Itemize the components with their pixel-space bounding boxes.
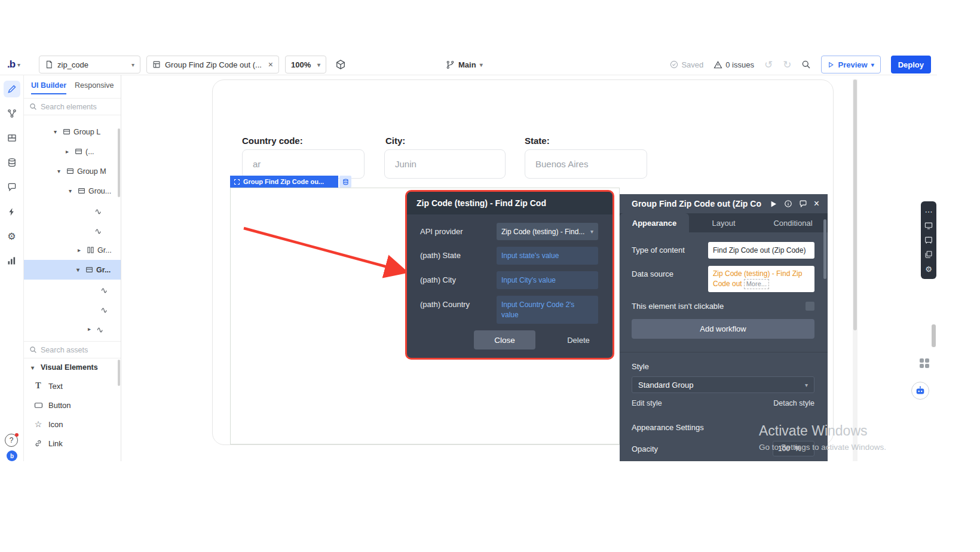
- close-icon[interactable]: ×: [814, 198, 819, 209]
- deploy-label: Deploy: [898, 60, 924, 69]
- search-assets-input[interactable]: [41, 346, 108, 354]
- field-label: Country code:: [242, 136, 303, 146]
- settings-gear-icon[interactable]: ⚙: [4, 228, 20, 244]
- opacity-field[interactable]: 100%: [773, 441, 814, 456]
- issues-indicator[interactable]: 0 issues: [713, 60, 754, 69]
- country-code-input[interactable]: ar: [242, 149, 365, 179]
- clickable-label: This element isn't clickable: [632, 302, 806, 311]
- layers-icon[interactable]: [924, 250, 933, 259]
- delete-button[interactable]: Delete: [558, 330, 599, 349]
- monitor-icon[interactable]: [924, 221, 933, 231]
- panel-scrollbar-thumb[interactable]: [118, 360, 120, 386]
- tree-item[interactable]: ▾ Group L: [24, 122, 121, 142]
- chevron-right-icon[interactable]: ▸: [88, 326, 94, 332]
- tab-layout[interactable]: Layout: [689, 213, 758, 232]
- tab-responsive[interactable]: Responsive: [75, 81, 114, 94]
- app-selector[interactable]: zip_code ▾: [39, 56, 140, 73]
- clickable-checkbox[interactable]: [806, 302, 814, 311]
- comment-icon[interactable]: [799, 200, 807, 208]
- data-source-chip[interactable]: [339, 176, 351, 188]
- chevron-down-icon[interactable]: ▾: [69, 188, 75, 194]
- logs-chart-icon[interactable]: [4, 252, 20, 269]
- bubble-logo-menu[interactable]: .b ▾: [7, 54, 20, 75]
- selected-element-badge[interactable]: Group Find Zip Code ou...: [230, 176, 338, 188]
- close-icon[interactable]: ×: [268, 60, 273, 69]
- more-dots-icon[interactable]: ⋯: [924, 207, 933, 216]
- database-icon[interactable]: [4, 154, 20, 171]
- open-page-tab[interactable]: Group Find Zip Code out (... ×: [146, 56, 279, 73]
- link-icon: [33, 438, 43, 448]
- add-workflow-button[interactable]: Add workflow: [632, 319, 814, 339]
- dialog-title[interactable]: Zip Code (testing) - Find Zip Cod: [407, 192, 612, 214]
- tree-item[interactable]: [24, 280, 121, 299]
- data-source-field[interactable]: Zip Code (testing) - Find Zip Code outMo…: [708, 266, 814, 292]
- path-city-expression[interactable]: Input City's value: [497, 271, 598, 289]
- plugins-bolt-icon[interactable]: [4, 203, 20, 220]
- edit-style-link[interactable]: Edit style: [632, 399, 662, 407]
- assistant-robot-icon[interactable]: [911, 382, 929, 400]
- path-country-expression[interactable]: Input Country Code 2's value: [497, 296, 598, 323]
- city-input[interactable]: Junin: [384, 149, 506, 179]
- tab-appearance[interactable]: Appearance: [620, 213, 689, 232]
- comments-icon[interactable]: [4, 179, 20, 195]
- canvas-scrollbar[interactable]: [853, 79, 858, 461]
- tree-item[interactable]: [24, 220, 121, 240]
- tab-ui-builder[interactable]: UI Builder: [31, 81, 66, 94]
- workflow-icon[interactable]: [4, 105, 20, 122]
- redo-icon[interactable]: ↻: [783, 59, 791, 71]
- undo-icon[interactable]: ↺: [764, 59, 773, 71]
- slideshow-icon[interactable]: [924, 235, 933, 245]
- bubble-badge-icon[interactable]: b: [7, 450, 17, 461]
- tree-item[interactable]: ▾ Grou...: [24, 181, 121, 201]
- visual-elements-header[interactable]: ▾ Visual Elements: [24, 358, 121, 376]
- preview-button[interactable]: Preview ▾: [821, 56, 880, 73]
- tree-item[interactable]: ▸: [24, 319, 121, 339]
- search-assets-box[interactable]: [24, 341, 121, 358]
- info-icon[interactable]: [784, 200, 792, 208]
- state-input[interactable]: Buenos Aires: [525, 149, 647, 179]
- window-scrollbar-thumb[interactable]: [932, 324, 936, 347]
- branch-selector[interactable]: Main ▾: [446, 54, 483, 75]
- detach-style-link[interactable]: Detach style: [773, 399, 814, 407]
- type-of-content-field[interactable]: Find Zip Code out (Zip Code): [708, 242, 814, 259]
- close-button[interactable]: Close: [474, 330, 535, 349]
- search-icon[interactable]: [801, 60, 811, 69]
- more-chip[interactable]: More...: [744, 279, 769, 289]
- path-state-expression[interactable]: Input state's value: [497, 247, 598, 265]
- component-library-icon[interactable]: [335, 59, 346, 70]
- chevron-down-icon[interactable]: ▾: [54, 128, 60, 135]
- palette-item-link[interactable]: Link: [24, 434, 121, 453]
- tree-item[interactable]: ▾ Group M: [24, 161, 121, 181]
- chevron-right-icon[interactable]: ▸: [66, 148, 72, 155]
- chevron-down-icon[interactable]: ▾: [76, 266, 82, 273]
- field-label: City:: [385, 136, 405, 146]
- tree-item-selected[interactable]: ▾ Gr...: [24, 260, 121, 280]
- design-pencil-icon[interactable]: [4, 81, 20, 97]
- tree-item[interactable]: [24, 201, 121, 220]
- style-value: Standard Group: [638, 381, 694, 390]
- help-icon[interactable]: ?: [5, 434, 18, 447]
- layout-grid-icon[interactable]: [4, 130, 20, 146]
- panel-scrollbar-thumb[interactable]: [118, 128, 120, 197]
- palette-item-icon[interactable]: ☆ Icon: [24, 415, 121, 434]
- gear-icon[interactable]: ⚙: [924, 264, 933, 274]
- chevron-right-icon[interactable]: ▸: [78, 247, 84, 253]
- tree-item[interactable]: ▸ Gr...: [24, 240, 121, 260]
- tab-conditional[interactable]: Conditional: [758, 213, 828, 232]
- element-icon: [152, 60, 161, 69]
- palette-item-button[interactable]: Button: [24, 395, 121, 415]
- style-dropdown[interactable]: Standard Group ▾: [632, 376, 814, 393]
- palette-item-text[interactable]: T Text: [24, 376, 121, 395]
- tree-item[interactable]: ▸ (...: [24, 142, 121, 161]
- api-provider-dropdown[interactable]: Zip Code (testing) - Find... ▾: [497, 223, 598, 240]
- tree-item[interactable]: [24, 299, 121, 319]
- apps-grid-icon[interactable]: [918, 357, 930, 369]
- search-elements-box[interactable]: [24, 98, 121, 115]
- search-elements-input[interactable]: [41, 103, 108, 111]
- inspector-scrollbar-thumb[interactable]: [823, 219, 826, 279]
- zoom-selector[interactable]: 100% ▾: [285, 56, 326, 73]
- canvas-scrollbar-thumb[interactable]: [853, 79, 857, 330]
- deploy-button[interactable]: Deploy: [891, 56, 931, 73]
- play-icon[interactable]: [770, 200, 777, 208]
- chevron-down-icon[interactable]: ▾: [57, 168, 63, 174]
